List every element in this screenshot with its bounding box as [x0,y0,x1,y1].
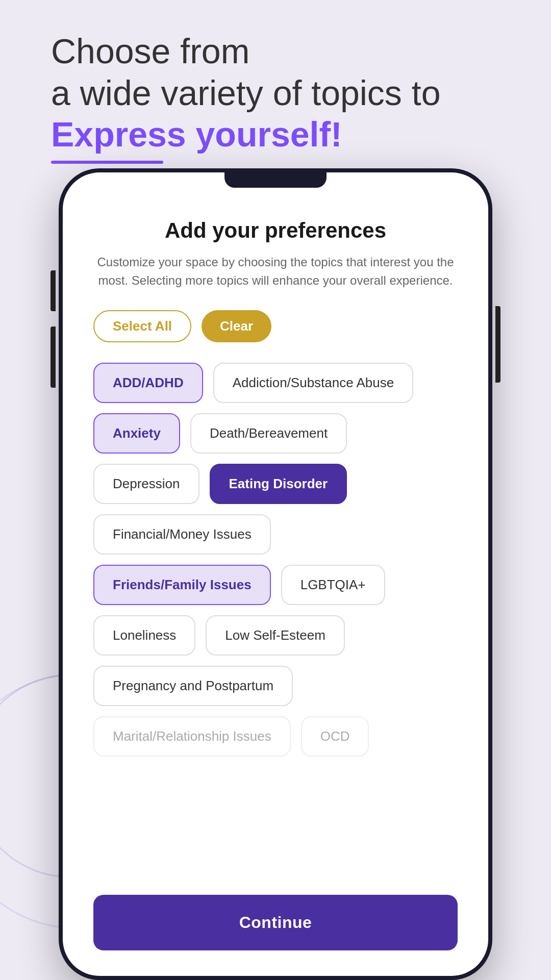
action-buttons-row: Select All Clear [93,310,458,342]
phone-button-volume [51,326,56,388]
chip-eating-disorder[interactable]: Eating Disorder [210,464,347,504]
phone-button-power [495,306,500,383]
header-text: Choose from a wide variety of topics to … [51,31,500,156]
page-subtitle: Customize your space by choosing the top… [93,253,458,290]
chip-ocd[interactable]: OCD [301,716,369,757]
topics-row-5: Friends/Family Issues LGBTQIA+ [93,565,458,605]
chip-loneliness[interactable]: Loneliness [93,615,195,656]
topics-row-3: Depression Eating Disorder [93,464,458,504]
phone-content: Add your preferences Customize your spac… [63,188,488,976]
phone-button-mute [51,270,56,311]
topics-row-1: ADD/ADHD Addiction/Substance Abuse [93,363,458,403]
topics-container: ADD/ADHD Addiction/Substance Abuse Anxie… [93,363,458,880]
topics-row-6: Loneliness Low Self-Esteem [93,615,458,656]
header-line1: Choose from [51,32,249,70]
chip-friends-family[interactable]: Friends/Family Issues [93,565,271,605]
topics-row-7: Pregnancy and Postpartum [93,666,458,706]
continue-button-wrapper: Continue [93,880,458,976]
header-highlight: Express yourself! [51,115,342,154]
chip-pregnancy[interactable]: Pregnancy and Postpartum [93,666,293,706]
topics-row-4: Financial/Money Issues [93,514,458,555]
header-line2: a wide variety of topics to [51,73,440,112]
chip-death-bereavement[interactable]: Death/Bereavement [190,413,347,454]
header-area: Choose from a wide variety of topics to … [51,31,500,164]
phone-notch [224,172,327,188]
phone-screen: Add your preferences Customize your spac… [63,172,488,976]
header-underline [51,161,163,164]
chip-lgbtqia[interactable]: LGBTQIA+ [281,565,385,605]
page-title: Add your preferences [93,218,458,243]
chip-addiction[interactable]: Addiction/Substance Abuse [213,363,414,403]
topics-row-2: Anxiety Death/Bereavement [93,413,458,454]
continue-button[interactable]: Continue [93,895,458,950]
clear-button[interactable]: Clear [202,310,271,342]
chip-low-self-esteem[interactable]: Low Self-Esteem [206,615,345,656]
select-all-button[interactable]: Select All [93,310,191,342]
topics-row-8: Marital/Relationship Issues OCD [93,716,458,757]
chip-add-adhd[interactable]: ADD/ADHD [93,363,203,403]
chip-financial[interactable]: Financial/Money Issues [93,514,271,555]
chip-depression[interactable]: Depression [93,464,199,504]
chip-anxiety[interactable]: Anxiety [93,413,180,454]
chip-marital[interactable]: Marital/Relationship Issues [93,716,291,757]
phone-frame: Add your preferences Customize your spac… [59,168,492,980]
